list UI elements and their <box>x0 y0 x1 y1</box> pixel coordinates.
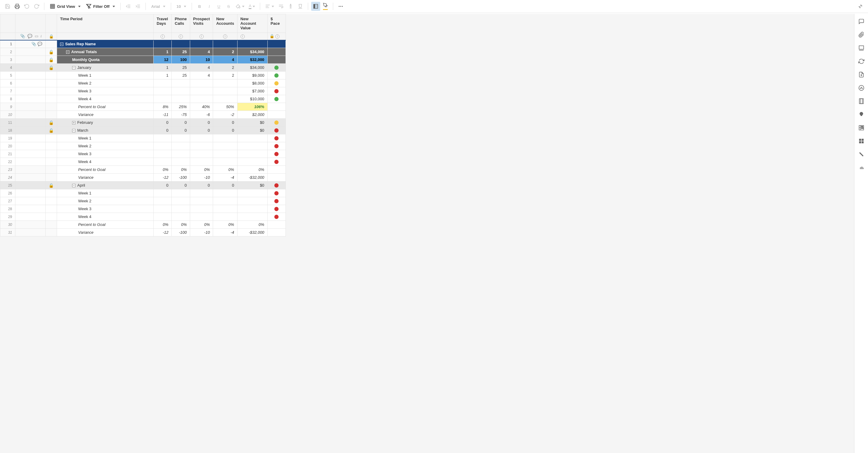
redo-button[interactable] <box>32 2 41 11</box>
filter-label: Filter Off <box>93 4 110 9</box>
outdent-button[interactable] <box>124 2 133 11</box>
text-color-button[interactable]: A <box>247 2 257 11</box>
print-button[interactable] <box>13 2 22 11</box>
more-button[interactable] <box>336 2 345 11</box>
wrap-button[interactable] <box>276 2 285 11</box>
strikethrough-button[interactable]: S <box>224 2 233 11</box>
fill-color-button[interactable] <box>234 2 246 11</box>
highlight-button[interactable] <box>321 2 330 11</box>
view-label: Grid View <box>57 4 75 9</box>
font-selector[interactable]: Arial <box>149 2 168 11</box>
underline-button[interactable]: U <box>214 2 223 11</box>
svg-line-7 <box>87 4 91 8</box>
clear-format-button[interactable] <box>296 2 305 11</box>
align-button[interactable] <box>263 2 276 11</box>
svg-rect-0 <box>16 7 19 9</box>
view-switcher[interactable]: Grid View <box>48 2 83 11</box>
bold-button[interactable]: B <box>195 2 204 11</box>
svg-point-25 <box>340 6 341 7</box>
toolbar: Grid View Filter Off Arial 10 B I U S A <box>0 0 868 13</box>
undo-button[interactable] <box>22 2 31 11</box>
collapse-button[interactable] <box>856 2 865 11</box>
indent-button[interactable] <box>133 2 143 11</box>
svg-rect-21 <box>314 4 315 8</box>
filter-button[interactable]: Filter Off <box>84 2 117 11</box>
font-size-selector[interactable]: 10 <box>174 2 189 11</box>
svg-rect-18 <box>290 5 291 7</box>
svg-point-26 <box>342 6 343 7</box>
save-button[interactable] <box>3 2 12 11</box>
svg-point-24 <box>339 6 340 7</box>
conditional-format-button[interactable] <box>311 2 320 11</box>
italic-button[interactable]: I <box>205 2 214 11</box>
format-button[interactable] <box>286 2 295 11</box>
svg-rect-1 <box>51 4 55 8</box>
